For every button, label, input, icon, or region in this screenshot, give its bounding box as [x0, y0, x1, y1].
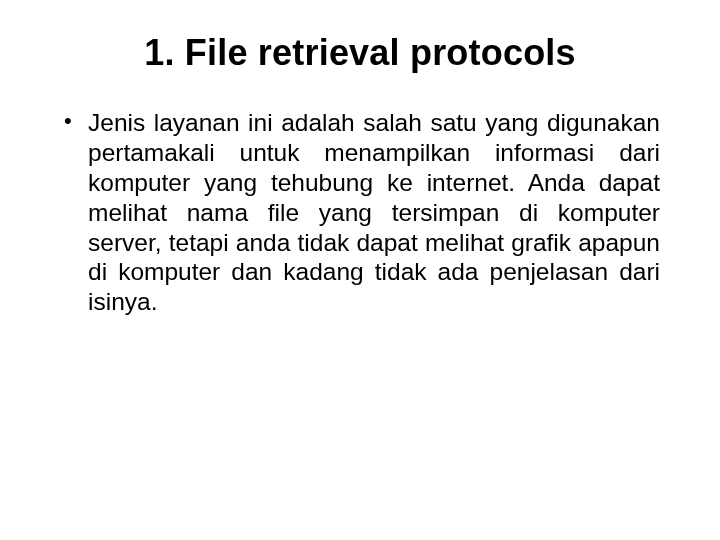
slide-container: 1. File retrieval protocols Jenis layana… [0, 0, 720, 540]
slide-title: 1. File retrieval protocols [60, 32, 660, 74]
list-item: Jenis layanan ini adalah salah satu yang… [60, 108, 660, 317]
bullet-list: Jenis layanan ini adalah salah satu yang… [60, 108, 660, 317]
